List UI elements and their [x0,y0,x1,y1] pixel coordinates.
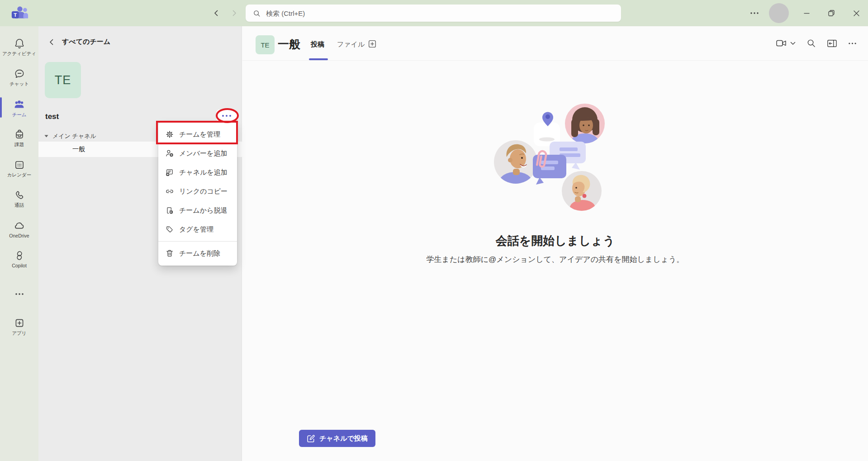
sidebar-item-calls[interactable]: 通話 [0,183,38,214]
sidebar-label: Copilot [12,263,27,268]
video-camera-icon [776,38,787,48]
gear-icon [165,130,174,139]
sidebar-label: チャット [9,81,29,86]
open-in-panel-icon[interactable] [827,39,837,48]
sidebar-item-activity[interactable]: アクティビティ [0,32,38,62]
menu-item-delete-team[interactable]: チームを削除 [158,244,237,263]
chat-icon [14,68,25,80]
app-rail: アクティビティ チャット チーム [0,26,38,461]
window-close-icon[interactable] [846,0,866,26]
menu-item-manage-team[interactable]: チームを管理 [158,125,237,144]
sidebar-label: OneDrive [9,233,29,238]
sidebar-label: アクティビティ [2,51,36,56]
sidebar-label: カレンダー [7,172,31,177]
sidebar-item-onedrive[interactable]: OneDrive [0,214,38,244]
search-icon [253,10,261,17]
titlebar-more-icon[interactable] [746,8,763,19]
sidebar-item-apps[interactable]: アプリ [0,313,38,339]
sidebar-item-assignments[interactable]: 課題 [0,123,38,153]
menu-item-manage-tags[interactable]: タグを管理 [158,220,237,239]
panel-header: すべてのチーム [48,38,110,46]
sidebar-item-more[interactable] [0,286,38,302]
back-chevron-icon[interactable] [48,39,54,45]
sidebar-item-calendar[interactable]: カレンダー [0,153,38,183]
menu-item-label: メンバーを追加 [179,149,227,158]
empty-state: 会話を開始しましょう 学生または教師に@メンションして、アイデアの共有を開始しま… [242,61,868,265]
tab-posts[interactable]: 投稿 [311,40,324,49]
trash-icon [165,249,174,258]
calendar-icon [14,159,25,171]
global-search[interactable] [246,5,621,22]
compose-icon [307,434,315,443]
channel-team-avatar[interactable]: TE [256,35,275,54]
tag-icon [165,225,174,234]
channel-view: TE 一般 投稿 ファイル [242,26,868,461]
chevron-down-icon [44,135,48,138]
team-avatar[interactable]: TE [45,62,81,98]
channel-header: TE 一般 投稿 ファイル [242,26,868,61]
menu-item-leave-team[interactable]: チームから脱退 [158,201,237,220]
post-in-channel-label: チャネルで投稿 [319,434,368,443]
copilot-icon [14,250,25,261]
menu-item-add-channel[interactable]: チャネルを追加 [158,163,237,182]
post-in-channel-button[interactable]: チャネルで投稿 [299,430,375,447]
teams-people-icon [13,98,25,110]
leave-icon [165,206,174,215]
tab-files[interactable]: ファイル [337,40,365,49]
menu-item-label: チャネルを追加 [179,168,228,177]
channel-section-label: メイン チャネル [52,132,96,140]
add-tab-icon[interactable] [367,39,377,49]
channel-header-actions [776,38,857,48]
sidebar-item-chat[interactable]: チャット [0,62,38,92]
teams-app-window: T [0,0,868,461]
conversation-illustration [483,86,628,218]
menu-item-label: チームを管理 [179,130,220,139]
sidebar-item-teams[interactable]: チーム [0,92,38,123]
menu-item-label: チームから脱退 [179,206,227,215]
team-more-options-icon[interactable] [216,109,237,122]
cloud-icon [13,219,25,232]
menu-item-label: チームを削除 [179,249,220,258]
app-plus-icon [14,317,25,329]
search-input[interactable] [266,10,583,17]
channel-section-toggle[interactable]: メイン チャネル [44,132,96,140]
menu-item-copy-link[interactable]: リンクのコピー [158,182,237,201]
sidebar-item-copilot[interactable]: Copilot [0,244,38,274]
search-in-channel-icon[interactable] [806,38,816,48]
all-teams-label[interactable]: すべてのチーム [62,38,110,46]
title-bar: T [0,0,868,26]
team-context-menu: チームを管理 メンバーを追加 [158,122,237,266]
sidebar-label: 通話 [14,203,24,208]
nav-back-icon[interactable] [210,7,222,19]
meet-now-button[interactable] [776,38,796,48]
menu-item-add-member[interactable]: メンバーを追加 [158,144,237,163]
window-restore-icon[interactable] [821,0,841,26]
menu-item-label: リンクのコピー [179,187,228,196]
channel-more-options-icon[interactable] [848,42,857,45]
channel-item-label: 一般 [72,145,85,153]
bell-icon [14,38,25,49]
phone-icon [14,189,25,201]
empty-state-subtitle: 学生または教師に@メンションして、アイデアの共有を開始しましょう。 [242,254,868,265]
ellipsis-icon [15,293,24,295]
sidebar-label: 課題 [14,142,24,147]
menu-item-label: タグを管理 [179,225,213,234]
channel-add-icon [165,168,174,177]
link-icon [165,187,174,196]
backpack-icon [14,128,25,140]
sidebar-label: チーム [12,112,27,117]
channel-title: 一般 [278,37,300,52]
user-avatar[interactable] [769,3,789,23]
menu-divider [158,241,237,242]
empty-state-title: 会話を開始しましょう [242,233,868,249]
nav-forward-icon[interactable] [228,7,240,19]
window-minimize-icon[interactable] [797,0,816,26]
team-name[interactable]: test [45,112,59,121]
teams-logo-icon: T [10,4,28,22]
svg-text:T: T [14,12,17,18]
person-add-icon [165,149,174,158]
chevron-down-icon [790,42,796,45]
active-tab-underline [309,58,328,60]
sidebar-label: アプリ [12,331,26,336]
